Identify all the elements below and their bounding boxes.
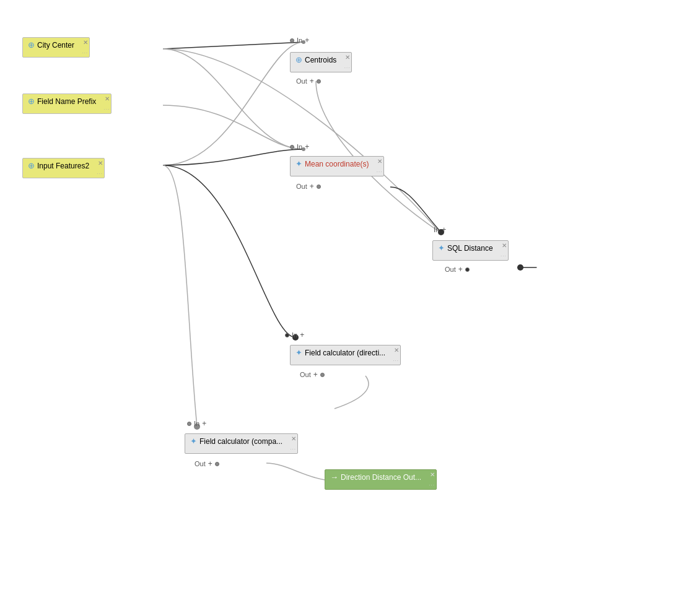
sql-distance-icon: ✦	[438, 243, 445, 253]
node-field-name-prefix[interactable]: ⊕ Field Name Prefix ✕ ···	[22, 93, 112, 114]
svg-line-0	[163, 42, 304, 49]
input-features2-icon: ⊕	[28, 161, 35, 170]
field-compa-out-label: Out	[195, 460, 206, 467]
mean-coord-label: Mean coordinate(s)	[305, 160, 369, 168]
centroids-in-plus[interactable]: +	[305, 36, 309, 45]
field-compa-in-dot	[187, 422, 191, 426]
field-compa-in-plus[interactable]: +	[202, 419, 206, 428]
direction-distance-icon: →	[330, 472, 338, 482]
sql-out-dot	[465, 267, 470, 272]
node-input-features2[interactable]: ⊕ Input Features2 ✕ ···	[22, 158, 105, 178]
node-field-calc-direct[interactable]: ✦ Field calculator (directi... ✕ ···	[290, 345, 401, 365]
svg-point-6	[517, 264, 523, 271]
mean-out-dot	[317, 185, 321, 189]
node-mean-coordinates[interactable]: ✦ Mean coordinate(s) ✕ ···	[290, 156, 384, 176]
centroids-out-port: Out +	[296, 77, 321, 85]
mean-in-port: In +	[290, 142, 309, 151]
mean-out-port: Out +	[296, 182, 321, 191]
sql-out-port: Out +	[445, 265, 470, 274]
sql-in-label: In	[434, 226, 439, 233]
field-calc-direct-icon: ✦	[295, 348, 302, 357]
field-compa-in-port: In +	[187, 419, 206, 428]
direction-distance-label: Direction Distance Out...	[341, 473, 421, 482]
sql-distance-label: SQL Distance	[447, 244, 493, 253]
field-calc-compa-icon: ✦	[190, 436, 197, 446]
field-calc-compa-close[interactable]: ✕	[291, 435, 296, 442]
sql-out-label: Out	[445, 266, 456, 273]
field-calc-direct-close[interactable]: ✕	[394, 347, 399, 354]
field-dir-out-plus[interactable]: +	[313, 370, 318, 379]
mean-out-label: Out	[296, 183, 307, 190]
centroids-dots: ···	[344, 65, 351, 71]
field-name-prefix-dots: ···	[104, 106, 110, 112]
node-sql-distance[interactable]: ✦ SQL Distance ✕ ···	[432, 240, 509, 261]
mean-in-dot	[290, 145, 294, 149]
mean-in-plus[interactable]: +	[305, 142, 309, 151]
city-center-label: City Center	[37, 41, 74, 50]
input-features2-close[interactable]: ✕	[98, 160, 103, 167]
field-dir-out-label: Out	[300, 371, 311, 378]
centroids-close[interactable]: ✕	[345, 54, 350, 61]
city-center-icon: ⊕	[28, 40, 35, 50]
centroids-out-plus[interactable]: +	[310, 77, 314, 85]
input-features2-label: Input Features2	[37, 162, 89, 170]
field-calc-compa-label: Field calculator (compa...	[199, 437, 282, 446]
field-compa-out-port: Out +	[195, 459, 219, 468]
node-direction-distance-out[interactable]: → Direction Distance Out... ✕ ···	[325, 469, 437, 490]
mean-coord-close[interactable]: ✕	[377, 158, 382, 165]
field-dir-in-plus[interactable]: +	[300, 331, 304, 339]
field-compa-in-label: In	[194, 420, 199, 427]
sql-in-plus[interactable]: +	[442, 225, 446, 234]
field-calc-compa-dots: ···	[290, 446, 296, 452]
field-dir-out-dot	[320, 373, 325, 377]
connections-layer	[0, 0, 700, 595]
sql-distance-close[interactable]: ✕	[502, 242, 507, 249]
direction-distance-close[interactable]: ✕	[430, 471, 435, 478]
centroids-label: Centroids	[305, 56, 336, 64]
direction-distance-dots: ···	[429, 482, 435, 488]
node-field-calc-compa[interactable]: ✦ Field calculator (compa... ✕ ···	[185, 433, 298, 454]
field-calc-direct-label: Field calculator (directi...	[305, 349, 385, 357]
centroids-out-label: Out	[296, 77, 307, 85]
mean-out-plus[interactable]: +	[310, 182, 314, 191]
sql-in-port: In +	[434, 225, 446, 234]
sql-out-plus[interactable]: +	[458, 265, 463, 274]
node-centroids[interactable]: ⊕ Centroids ✕ ···	[290, 52, 352, 72]
field-dir-out-port: Out +	[300, 370, 325, 379]
centroids-in-port: In +	[290, 36, 309, 45]
city-center-close[interactable]: ✕	[83, 39, 88, 46]
field-name-prefix-close[interactable]: ✕	[105, 95, 110, 102]
centroids-in-label: In	[297, 37, 302, 44]
city-center-dots: ···	[82, 50, 88, 56]
node-city-center[interactable]: ⊕ City Center ✕ ···	[22, 37, 90, 58]
mean-coord-dots: ···	[377, 169, 383, 175]
input-features2-dots: ···	[97, 171, 103, 176]
centroids-icon: ⊕	[295, 55, 302, 64]
workflow-canvas: ⊕ City Center ✕ ··· ⊕ Field Name Prefix …	[0, 0, 700, 595]
centroids-out-dot	[317, 79, 321, 84]
mean-coord-icon: ✦	[295, 159, 302, 168]
field-compa-out-dot	[215, 462, 219, 466]
field-dir-in-label: In	[292, 331, 297, 339]
field-calc-direct-dots: ···	[393, 358, 399, 363]
field-name-prefix-icon: ⊕	[28, 97, 35, 106]
sql-distance-dots: ···	[501, 253, 507, 259]
field-dir-in-dot	[285, 333, 289, 337]
centroids-in-dot	[290, 38, 294, 43]
field-dir-in-port: In +	[285, 331, 304, 339]
field-name-prefix-label: Field Name Prefix	[37, 97, 96, 106]
mean-in-label: In	[297, 143, 302, 150]
field-compa-out-plus[interactable]: +	[208, 459, 212, 468]
